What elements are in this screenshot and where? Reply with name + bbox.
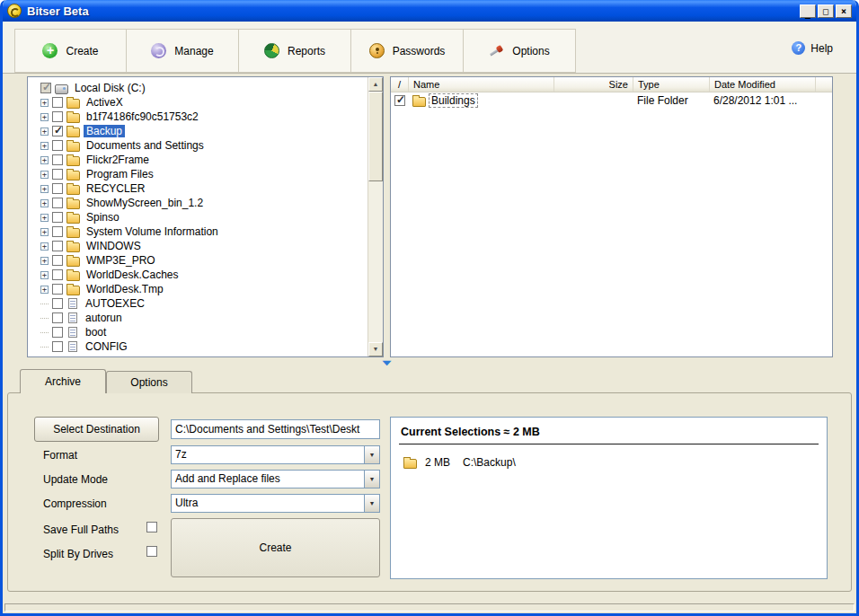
expand-plus-icon[interactable] xyxy=(40,271,49,279)
checkbox[interactable] xyxy=(52,212,63,223)
file-row[interactable]: BuildingsFile Folder6/28/2012 1:01 ... xyxy=(391,92,832,109)
tree-connector xyxy=(40,332,49,333)
passwords-tab[interactable]: Passwords xyxy=(351,29,464,73)
tab-options[interactable]: Options xyxy=(106,371,192,393)
folder-icon xyxy=(66,171,80,180)
split-by-drives-checkbox[interactable] xyxy=(146,546,157,557)
tree-item[interactable]: WorldDesk.Caches xyxy=(40,268,367,282)
minimize-button[interactable]: _ xyxy=(800,4,816,18)
expand-plus-icon[interactable] xyxy=(40,199,49,207)
scroll-up-icon[interactable] xyxy=(368,77,383,92)
selection-item: 2 MBC:\Backup\ xyxy=(399,456,819,469)
update-mode-select[interactable]: Add and Replace files xyxy=(171,470,380,488)
checkbox[interactable] xyxy=(52,226,63,237)
tree-item[interactable]: boot xyxy=(40,325,367,339)
checkbox[interactable] xyxy=(52,327,63,338)
checkbox[interactable] xyxy=(52,312,63,323)
tree-item[interactable]: CONFIG xyxy=(40,339,367,354)
checkbox[interactable] xyxy=(52,111,63,122)
expand-plus-icon[interactable] xyxy=(40,142,49,150)
tree-item[interactable]: Flickr2Frame xyxy=(40,153,367,167)
checkbox[interactable] xyxy=(52,183,63,194)
folder-tree: Local Disk (C:)ActiveXb1f74186fc90c51753… xyxy=(29,78,367,356)
tree-item[interactable]: Spinso xyxy=(40,210,367,224)
tree-item[interactable]: Program Files xyxy=(40,167,367,181)
checkbox[interactable] xyxy=(52,341,63,352)
folder-icon xyxy=(66,286,80,295)
checkbox[interactable] xyxy=(52,284,63,295)
tree-item[interactable]: b1f74186fc90c51753c2 xyxy=(40,110,367,124)
chevron-down-icon[interactable] xyxy=(364,446,379,463)
create-archive-button[interactable]: Create xyxy=(171,518,380,577)
expand-plus-icon[interactable] xyxy=(40,171,49,179)
select-destination-button[interactable]: Select Destination xyxy=(34,417,159,442)
expand-plus-icon[interactable] xyxy=(40,128,49,136)
scroll-down-icon[interactable] xyxy=(368,342,383,356)
passwords-tab-label: Passwords xyxy=(393,45,446,57)
options-tab[interactable]: Options xyxy=(464,29,576,73)
tree-item[interactable]: ShowMyScreen_bin_1.2 xyxy=(40,196,367,210)
tree-item-label: RECYCLER xyxy=(84,182,147,195)
column-header-date-modified[interactable]: Date Modified xyxy=(710,77,816,92)
tree-item-label: b1f74186fc90c51753c2 xyxy=(84,110,201,123)
close-button[interactable]: × xyxy=(836,4,852,18)
checkbox[interactable] xyxy=(52,126,63,136)
tree-item[interactable]: autorun xyxy=(40,311,367,325)
tree-item[interactable]: WMP3E_PRO xyxy=(40,253,367,268)
checkbox[interactable] xyxy=(52,255,63,266)
compression-select[interactable]: Ultra xyxy=(171,494,380,513)
scrollbar-thumb[interactable] xyxy=(368,92,383,181)
expand-plus-icon[interactable] xyxy=(40,286,49,294)
save-full-paths-checkbox[interactable] xyxy=(146,522,157,532)
chevron-down-icon[interactable] xyxy=(364,471,379,488)
checkbox[interactable] xyxy=(52,169,63,180)
status-bar xyxy=(4,603,855,612)
tree-item[interactable]: RECYCLER xyxy=(40,181,367,196)
tree-item[interactable]: WorldDesk.Tmp xyxy=(40,282,367,296)
column-header-size[interactable]: Size xyxy=(554,77,633,92)
tree-item-label: eula 1028 xyxy=(83,355,136,356)
tree-item[interactable]: Backup xyxy=(40,124,367,138)
destination-input[interactable]: C:\Documents and Settings\Test\Deskt xyxy=(171,419,380,439)
chevron-down-icon[interactable] xyxy=(364,495,379,512)
expand-plus-icon[interactable] xyxy=(40,214,49,222)
column-header-name[interactable]: Name xyxy=(409,77,554,92)
tree-item[interactable]: AUTOEXEC xyxy=(40,296,367,311)
reports-tab[interactable]: Reports xyxy=(239,29,351,73)
column-header-filler xyxy=(816,77,832,92)
expand-plus-icon[interactable] xyxy=(40,99,49,107)
manage-tab[interactable]: Manage xyxy=(127,29,239,73)
checkbox[interactable] xyxy=(52,140,63,151)
checkbox[interactable] xyxy=(394,95,405,106)
tree-item[interactable]: WINDOWS xyxy=(40,239,367,253)
tree-item[interactable]: System Volume Information xyxy=(40,224,367,239)
file-icon xyxy=(68,312,77,323)
tree-item[interactable]: eula 1028 xyxy=(40,354,367,356)
checkbox[interactable] xyxy=(52,97,63,108)
create-tab[interactable]: Create xyxy=(14,29,127,73)
tree-item[interactable]: ActiveX xyxy=(40,95,367,110)
checkbox[interactable] xyxy=(52,154,63,165)
checkbox[interactable] xyxy=(40,83,51,93)
checkbox[interactable] xyxy=(52,198,63,208)
format-select[interactable]: 7z xyxy=(171,445,380,464)
expand-plus-icon[interactable] xyxy=(40,156,49,164)
checkbox[interactable] xyxy=(52,269,63,280)
column-header-type[interactable]: Type xyxy=(633,77,710,92)
tab-archive[interactable]: Archive xyxy=(20,369,106,393)
expand-plus-icon[interactable] xyxy=(40,185,49,193)
splitter-down-icon[interactable] xyxy=(374,358,399,370)
expand-plus-icon[interactable] xyxy=(40,228,49,236)
checkbox[interactable] xyxy=(52,241,63,251)
checkbox[interactable] xyxy=(52,298,63,309)
help-button[interactable]: Help xyxy=(792,41,833,55)
maximize-button[interactable]: □ xyxy=(818,4,834,18)
expand-plus-icon[interactable] xyxy=(40,242,49,251)
tree-row-root[interactable]: Local Disk (C:) xyxy=(40,81,367,95)
tree-scrollbar[interactable] xyxy=(368,77,383,356)
sort-indicator-icon[interactable]: / xyxy=(391,77,409,92)
expand-plus-icon[interactable] xyxy=(40,257,49,265)
file-icon xyxy=(68,298,77,309)
tree-item[interactable]: Documents and Settings xyxy=(40,138,367,153)
expand-plus-icon[interactable] xyxy=(40,113,49,121)
